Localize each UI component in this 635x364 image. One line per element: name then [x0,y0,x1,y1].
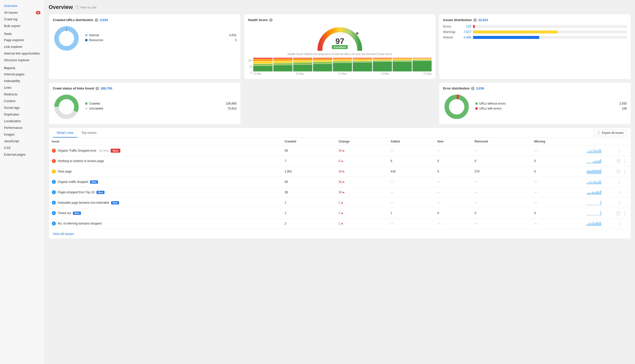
sidebar-item-content[interactable]: Content [0,98,44,104]
sidebar-item-link-explorer[interactable]: Link explorer [0,43,44,50]
tab-top-issues[interactable]: Top issues [77,128,101,138]
table-row[interactable]: ! Organic Traffic Dropped error By Nick … [49,146,631,156]
svg-point-5 [356,32,359,35]
export-all-issues-button[interactable]: 📄 Export all issues [593,130,627,136]
sidebar-item-indexability[interactable]: Indexability [0,78,44,84]
spark-bar [596,161,597,164]
health-score-title: Health Score [248,18,268,22]
crawled-urls-donut-row: Internal 3,031 Resources 3 [53,25,237,52]
sidebar-item-images[interactable]: Images [0,131,44,138]
sidebar-item-social-tags[interactable]: Social tags [0,104,44,111]
sidebar-item-redirects[interactable]: Redirects [0,91,44,98]
more-icon[interactable]: ⋮ [616,221,622,226]
sidebar-item-javascript[interactable]: JavaScript [0,138,44,144]
view-all-issues-link[interactable]: View all issues [49,229,631,238]
main-content: Overview ? How to use Crawled URLs distr… [45,0,635,364]
more-icon[interactable]: ⋮ [622,169,628,174]
issues-dist-total[interactable]: 12,631 [478,18,488,22]
sidebar-item-css[interactable]: CSS [0,144,44,151]
more-icon[interactable]: ⋮ [622,210,628,216]
error-dist-card: Error distribution i 3,036 UR [439,82,631,125]
missing-cell: 0 [531,156,584,166]
crawl-status-info-icon[interactable]: i [96,87,99,90]
more-icon[interactable]: ⋮ [616,200,622,206]
crawled-urls-total[interactable]: 3,034 [100,18,108,22]
sidebar-item-performance[interactable]: Performance [0,124,44,131]
issues-dist-info-icon[interactable]: i [473,18,477,22]
sidebar-item-internal-link[interactable]: Internal link opportunities [0,50,44,57]
middle-placeholder [244,82,436,125]
issue-name-cell: ! Organic Traffic Dropped error By Nick … [49,146,281,156]
sidebar-item-duplicates[interactable]: Duplicates [0,111,44,118]
legend-no-errors: URLs without errors 2,930 [475,102,627,105]
spark-bar [592,192,593,195]
spark-bar [593,192,594,195]
bar-col-6 [353,58,372,71]
crawled-urls-donut-svg [53,25,80,52]
sidebar-item-overview[interactable]: Overview [0,2,44,9]
table-row[interactable]: i Timed out New 1 1 1 0 0 0 ? ⋮ [49,208,631,218]
change-value: 1 [339,201,385,204]
spark-bar [599,215,600,216]
bar-col-5 [333,58,352,71]
spark-bar [592,205,593,205]
new-badge-blue: New [111,201,119,204]
sidebar-item-external-pages[interactable]: External pages [0,151,44,158]
spark-bar [596,182,597,184]
table-row[interactable]: i No. of referring domains dropped 2 1 —… [49,218,631,229]
health-score-info-icon[interactable]: i [269,18,273,22]
tab-whats-new[interactable]: What's new [53,128,77,138]
spark-bar [591,171,591,174]
table-row[interactable]: i Organic traffic dropped New 56 56 — — … [49,177,631,187]
crawl-status-total[interactable]: 188,700 [101,86,112,90]
col-new: New [434,138,472,146]
new-cell: — [434,177,472,187]
table-row[interactable]: i Indexable page became non-indexable Ne… [49,198,631,208]
spark-bar [594,151,595,153]
crawled-urls-info-icon[interactable]: i [95,18,98,22]
spark-bar [592,170,593,174]
issue-name-cell: i Pages dropped from Top 10 New [49,187,281,198]
table-row[interactable]: i Pages dropped from Top 10 New 38 38 — … [49,187,631,198]
info-icon: i [52,180,56,184]
error-dist-total[interactable]: 3,036 [476,86,484,90]
spark-bar [589,152,589,153]
table-row[interactable]: ! Slow page 1,801 48 418 0 370 0 ? ⋮ [49,166,631,177]
issue-name: Timed out [58,211,71,215]
spark-bar [596,152,597,153]
health-description: Health Score reflects the proportion of … [287,52,392,56]
spark-bar [597,150,598,153]
help-icon[interactable]: ? [616,170,620,174]
sidebar-item-bulk-export[interactable]: Bulk export [0,22,44,29]
issue-name: No. of referring domains dropped [58,222,101,225]
how-to-use-link[interactable]: ? How to use [75,5,97,9]
legend-with-errors: URLs with errors 106 [475,107,627,110]
sidebar-item-all-issues[interactable]: All Issues 9 [0,9,44,16]
bar-col-9 [413,58,432,71]
sidebar-item-structure-explorer[interactable]: Structure explorer [0,57,44,64]
sidebar-item-links[interactable]: Links [0,84,44,91]
sidebar-item-page-explorer[interactable]: Page explorer [0,37,44,43]
col-chart [584,138,613,146]
sidebar-item-localization[interactable]: Localization [0,118,44,124]
more-icon[interactable]: ⋮ [622,158,628,164]
sparkline-cell [584,156,613,166]
health-score-card: Health Score i [244,14,436,79]
help-icon[interactable]: ? [616,159,620,163]
more-icon[interactable]: ⋮ [616,179,622,185]
more-icon[interactable]: ⋮ [616,148,622,154]
change-cell: 38 [336,187,388,198]
error-dist-info-icon[interactable]: i [471,87,475,90]
spark-bar [596,191,597,195]
sidebar-item-crawl-log[interactable]: Crawl log [0,16,44,22]
table-row[interactable]: ! Hreflang to redirect or broken page 7 … [49,156,631,166]
sidebar-item-internal-pages[interactable]: Internal pages [0,71,44,78]
actions-cell: ? ⋮ [613,156,631,166]
spark-bar [594,215,595,216]
spark-bar [594,193,595,195]
more-icon[interactable]: ⋮ [616,190,622,195]
change-value: 1 [339,211,385,215]
spark-bar [596,222,597,226]
new-cell: 0 [434,208,472,218]
help-icon[interactable]: ? [616,211,620,215]
